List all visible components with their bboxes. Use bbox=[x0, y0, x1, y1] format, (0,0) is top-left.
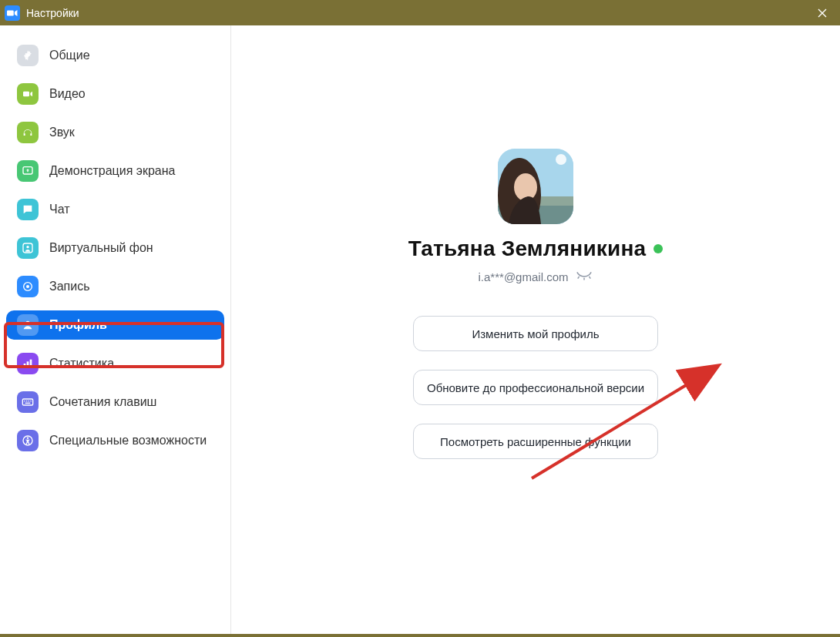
svg-rect-14 bbox=[26, 401, 27, 401]
zoom-app-icon bbox=[5, 5, 20, 21]
accessibility-icon bbox=[17, 430, 39, 451]
sidebar-item-label: Видео bbox=[49, 87, 86, 101]
svg-rect-15 bbox=[29, 401, 29, 401]
svg-rect-12 bbox=[22, 399, 32, 405]
person-icon bbox=[17, 314, 39, 336]
profile-email-row: i.a***@gmail.com bbox=[479, 270, 593, 283]
sidebar: Общие Видео Звук Демонстрация экрана bbox=[0, 25, 231, 634]
chat-icon bbox=[17, 199, 39, 220]
window-title: Настройки bbox=[26, 7, 79, 19]
sidebar-item-label: Сочетания клавиш bbox=[49, 395, 156, 409]
sidebar-item-label: Демонстрация экрана bbox=[49, 164, 176, 178]
sidebar-item-label: Звук bbox=[49, 126, 75, 139]
profile-name-row: Татьяна Земляникина bbox=[408, 236, 664, 261]
sidebar-item-video[interactable]: Видео bbox=[6, 79, 224, 109]
sidebar-item-recording[interactable]: Запись bbox=[6, 272, 224, 301]
sidebar-item-virtual-background[interactable]: Виртуальный фон bbox=[6, 233, 224, 263]
advanced-features-button[interactable]: Посмотреть расширенные функции bbox=[413, 424, 658, 459]
avatar[interactable] bbox=[498, 149, 573, 224]
titlebar: Настройки bbox=[0, 0, 840, 25]
sidebar-item-general[interactable]: Общие bbox=[6, 41, 224, 70]
profile-name: Татьяна Земляникина bbox=[408, 236, 647, 261]
svg-rect-17 bbox=[25, 403, 31, 404]
profile-panel: Татьяна Земляникина i.a***@gmail.com Изм… bbox=[231, 25, 840, 634]
upgrade-button[interactable]: Обновите до профессиональной версии bbox=[413, 370, 658, 405]
sidebar-item-label: Общие bbox=[49, 49, 90, 62]
keyboard-icon bbox=[17, 391, 39, 413]
video-icon bbox=[17, 83, 39, 105]
svg-point-8 bbox=[25, 321, 29, 325]
sidebar-item-keyboard-shortcuts[interactable]: Сочетания клавиш bbox=[6, 387, 224, 417]
svg-rect-0 bbox=[7, 10, 14, 15]
headphones-icon bbox=[17, 122, 39, 143]
sidebar-item-label: Профиль bbox=[49, 318, 107, 332]
svg-point-7 bbox=[26, 285, 29, 288]
svg-point-5 bbox=[26, 246, 29, 248]
svg-rect-9 bbox=[24, 364, 26, 367]
gear-icon bbox=[17, 45, 39, 66]
sidebar-item-share-screen[interactable]: Демонстрация экрана bbox=[6, 156, 224, 186]
eye-off-icon[interactable] bbox=[576, 270, 593, 283]
sidebar-item-profile[interactable]: Профиль bbox=[6, 310, 224, 340]
sidebar-item-label: Виртуальный фон bbox=[49, 241, 153, 255]
virtual-background-icon bbox=[17, 237, 39, 259]
sidebar-item-audio[interactable]: Звук bbox=[6, 118, 224, 147]
svg-rect-13 bbox=[24, 401, 25, 401]
sidebar-item-label: Статистика bbox=[49, 357, 114, 370]
svg-rect-10 bbox=[27, 361, 29, 367]
svg-point-19 bbox=[27, 437, 29, 438]
status-online-icon bbox=[654, 244, 663, 253]
svg-rect-2 bbox=[23, 92, 29, 97]
record-icon bbox=[17, 276, 39, 297]
sidebar-item-label: Запись bbox=[49, 280, 90, 293]
sidebar-item-statistics[interactable]: Статистика bbox=[6, 349, 224, 378]
svg-rect-16 bbox=[30, 401, 31, 401]
share-screen-icon bbox=[17, 160, 39, 182]
svg-point-24 bbox=[514, 173, 537, 201]
sidebar-item-label: Чат bbox=[49, 203, 70, 216]
sidebar-item-accessibility[interactable]: Специальные возможности bbox=[6, 426, 224, 455]
svg-line-28 bbox=[590, 277, 591, 279]
statistics-icon bbox=[17, 353, 39, 374]
sidebar-item-label: Специальные возможности bbox=[49, 434, 207, 448]
settings-window: Настройки Общие Видео Зв bbox=[0, 0, 840, 637]
profile-email: i.a***@gmail.com bbox=[479, 270, 569, 283]
close-button[interactable] bbox=[805, 0, 840, 25]
window-body: Общие Видео Звук Демонстрация экрана bbox=[0, 25, 840, 637]
svg-line-26 bbox=[578, 277, 580, 279]
sidebar-item-chat[interactable]: Чат bbox=[6, 195, 224, 224]
svg-rect-11 bbox=[30, 360, 32, 368]
svg-point-25 bbox=[556, 154, 566, 165]
edit-profile-button[interactable]: Изменить мой профиль bbox=[413, 316, 658, 351]
